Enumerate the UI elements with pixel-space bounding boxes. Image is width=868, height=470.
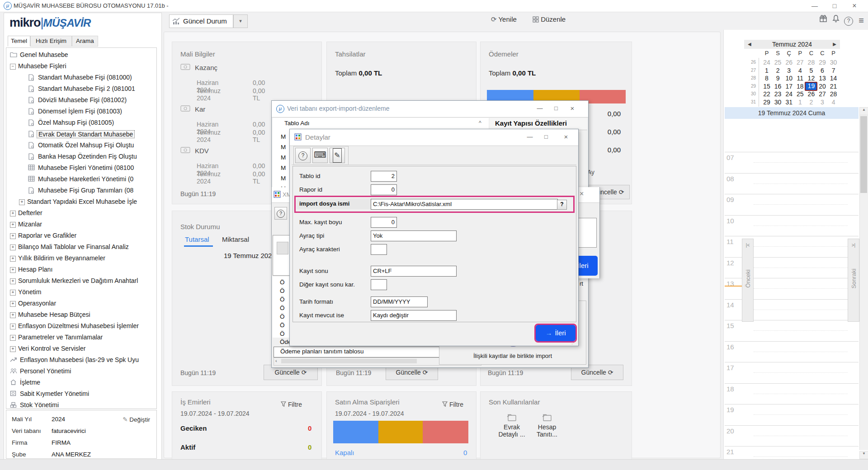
scroll-up-icon[interactable]: ▲	[859, 107, 868, 115]
tree-expand-icon[interactable]: +	[10, 346, 16, 352]
tree-item[interactable]: Özel Mahsup Fişi (081005)	[6, 118, 156, 129]
tab-hizli-erisim[interactable]: Hızlı Erişim	[30, 36, 72, 47]
calendar-day[interactable]: 8	[761, 75, 772, 82]
calendar-day[interactable]: 27	[817, 90, 828, 98]
calendar-day[interactable]: 28	[828, 90, 839, 98]
jump-prev-icon[interactable]: |<	[742, 243, 753, 248]
tree-item[interactable]: +Muhasebe Hesap Bütçesi	[6, 310, 156, 321]
calendar-day[interactable]: 1	[761, 67, 772, 74]
change-fiscal-year-button[interactable]: ✎ Değiştir	[123, 416, 150, 423]
tree-item[interactable]: Evrak Detaylı Standart Muhasebe	[6, 129, 156, 140]
tree-expand-icon[interactable]: +	[10, 267, 16, 273]
menu-icon[interactable]: ≡	[855, 14, 867, 26]
calendar-day[interactable]: 7	[828, 67, 839, 74]
tree-item[interactable]: Standart Muhasebe Fişi 2 (081001	[6, 84, 156, 95]
table-row-fragment[interactable]: Ö	[280, 330, 285, 337]
scrollbar-thumb[interactable]	[860, 116, 867, 193]
recent-item-2[interactable]: HesapTanıtı...	[531, 414, 563, 438]
calendar-day[interactable]: 3	[783, 67, 794, 74]
tab-arama[interactable]: Arama	[72, 36, 98, 47]
calendar-day[interactable]: 12	[806, 75, 816, 82]
table-row-fragment[interactable]: Ö	[280, 313, 285, 320]
calendar-day[interactable]: 2	[773, 67, 783, 74]
calendar-day[interactable]: 29	[761, 99, 772, 106]
tree-item[interactable]: Muhasebe Fişleri Yönetimi (08100	[6, 163, 156, 174]
filter-button[interactable]: Filtre	[442, 401, 463, 408]
tree-item[interactable]: +Raporlar ve Grafikler	[6, 230, 156, 242]
calendar-day[interactable]: 24	[783, 90, 794, 98]
calendar-day[interactable]: 5	[806, 67, 816, 74]
calendar-day[interactable]: 30	[773, 99, 783, 106]
tree-expand-icon[interactable]: +	[10, 256, 16, 262]
field-input[interactable]: 2	[371, 171, 397, 182]
edit-button[interactable]: ✎	[330, 148, 345, 163]
calendar-day[interactable]: 15	[761, 83, 772, 90]
tree-item[interactable]: Otomatik Özel Mahsup Fişi Oluştu	[6, 140, 156, 151]
table-row-fragment[interactable]: M	[281, 175, 286, 182]
tree-item[interactable]: +Sorumluluk Merkezleri ve Dağıtım Anahta…	[6, 276, 156, 287]
calendar-day[interactable]: 9	[773, 75, 783, 82]
tree-item[interactable]: Muhasebe Fişi Grup Tanımları (08	[6, 185, 156, 197]
recent-item-1[interactable]: EvrakDetaylı ...	[496, 414, 528, 438]
table-row-fragment[interactable]: Ö	[280, 287, 285, 294]
dialog-titlebar[interactable]: μ Veri tabanı export-import-düzenleme — …	[272, 101, 588, 118]
maximize-icon[interactable]: □	[539, 132, 553, 142]
next-month-icon[interactable]: ▶	[833, 40, 836, 49]
field-input[interactable]: 0	[371, 184, 397, 195]
prev-month-icon[interactable]: ◀	[748, 40, 751, 49]
ileri-button[interactable]: →İleri	[536, 325, 576, 341]
field-input[interactable]: CR+LF	[371, 266, 457, 277]
calendar-day[interactable]: 16	[773, 83, 783, 90]
tree-item[interactable]: −Muhasebe Fişleri	[6, 61, 156, 72]
close-icon[interactable]: ×	[559, 132, 573, 142]
calendar-day[interactable]: 11	[795, 75, 806, 82]
table-row-fragment[interactable]: Ö	[280, 279, 285, 286]
calendar-day[interactable]: 17	[783, 83, 794, 90]
calendar-day[interactable]: 30	[828, 59, 839, 66]
tree-item[interactable]: Banka Hesap Özetinden Fiş Oluştu	[6, 151, 156, 163]
table-row-fragment[interactable]: Ö	[280, 322, 285, 329]
tree-item[interactable]: Personel Yönetimi	[6, 366, 156, 377]
tree-expand-icon[interactable]: +	[10, 233, 16, 239]
calendar-day[interactable]: 27	[795, 59, 806, 66]
table-row-fragment[interactable]: Ö	[280, 305, 285, 311]
calendar-day[interactable]: 4	[795, 67, 806, 74]
calendar-day[interactable]: 3	[817, 99, 828, 106]
edit-layout-button[interactable]: Düzenle	[533, 15, 566, 27]
filter-button[interactable]: Filtre	[281, 401, 302, 408]
minimize-icon[interactable]: —	[806, 1, 824, 11]
next-appointment-strip[interactable]: >| Sonraki	[848, 239, 859, 322]
view-selector[interactable]: Güncel Durum	[169, 14, 233, 28]
scrollbar-thumb[interactable]	[281, 359, 417, 363]
maximize-icon[interactable]: □	[826, 1, 844, 11]
minimize-icon[interactable]: —	[533, 103, 547, 113]
refresh-button[interactable]: ⟳ Yenile	[491, 15, 517, 27]
close-icon[interactable]: ×	[580, 190, 584, 198]
table-row-fragment[interactable]: Ö	[280, 296, 285, 303]
tree-item[interactable]: İşletme	[6, 377, 156, 389]
tree-expand-icon[interactable]: +	[10, 335, 16, 341]
tree-item[interactable]: Enflasyon Muhasebesi (las-29 ve Spk Uyu	[6, 355, 156, 366]
kapali-link[interactable]: Kapalı	[335, 449, 354, 456]
field-help-button[interactable]: ?	[557, 200, 567, 210]
table-row-fragment[interactable]: M	[281, 133, 286, 140]
tree-item[interactable]: +Veri Kontrol ve Servisler	[6, 343, 156, 355]
tree-item[interactable]: +Operasyonlar	[6, 298, 156, 310]
calendar-day[interactable]: 26	[783, 59, 794, 66]
tree-item[interactable]: +Enflasyon Düzeltmesi Muhasebesi İşlemle…	[6, 321, 156, 332]
tab-temel[interactable]: Temel	[8, 36, 30, 47]
table-list-header[interactable]: Tablo Adı ^	[273, 118, 489, 130]
calendar-day[interactable]: 21	[828, 83, 839, 90]
calendar-day[interactable]: 22	[761, 90, 772, 98]
field-input[interactable]: 0	[371, 217, 397, 228]
tree-item[interactable]: +Hesap Planı	[6, 264, 156, 276]
tree-item[interactable]: +Mizanlar	[6, 219, 156, 230]
tree-item[interactable]: +Standart Yapıdaki Excel Muhasebe İşle	[6, 197, 156, 208]
calendar-scrollbar[interactable]	[859, 115, 868, 450]
tab-tutarsal[interactable]: Tutarsal	[185, 235, 209, 243]
calendar-day[interactable]: 4	[828, 99, 839, 106]
view-selector-dropdown[interactable]: ▾	[233, 14, 248, 28]
tree-item[interactable]: Dönemsel İşlem Fişi (081003)	[6, 106, 156, 118]
table-row-fragment[interactable]: M	[281, 154, 286, 161]
tree-item[interactable]: Muhasebe Hareketleri Yönetimi (0	[6, 174, 156, 185]
